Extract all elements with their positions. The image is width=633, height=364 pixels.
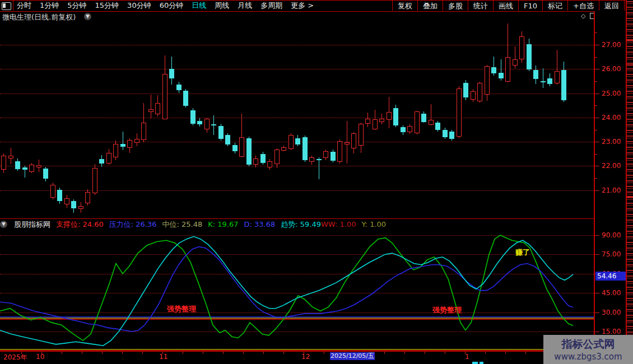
window-layout-icon[interactable]: [2, 2, 11, 10]
x-axis-tick: [485, 352, 486, 354]
right-edge-vertical-toolbar[interactable]: [626, 0, 633, 364]
period-toolbar: 分时1分钟5分钟15分钟30分钟60分钟日线周线月线多周期更多 > 复权叠加多股…: [0, 0, 632, 12]
candle-body-down: [463, 83, 468, 97]
axis-tick-label: 75.00: [602, 250, 621, 258]
price-minor-tick: [595, 81, 597, 82]
indicator-tick: [595, 332, 599, 332]
candle-body-down: [443, 130, 448, 137]
candle-body-up: [365, 119, 370, 123]
indicator-tick: [595, 254, 599, 255]
candle-body-down: [449, 132, 454, 139]
chart-annotation: 赚了: [515, 248, 530, 258]
period-tab-更多 >[interactable]: 更多 >: [291, 1, 314, 11]
price-tick: [595, 190, 599, 191]
action-button-F10[interactable]: F10: [518, 1, 542, 11]
candle-body-up: [415, 111, 420, 133]
action-button-画线[interactable]: 画线: [493, 1, 518, 11]
axis-tick-label: 30.00: [602, 309, 621, 316]
candle-wick: [543, 68, 543, 88]
candle-body-up: [309, 157, 314, 162]
price-minor-tick: [595, 178, 597, 179]
candle-body-down: [176, 85, 181, 90]
action-button-叠加[interactable]: 叠加: [417, 1, 443, 11]
chart-annotation: 强势整理: [432, 305, 462, 315]
action-button-+自选[interactable]: +自选: [567, 1, 599, 11]
axis-tick-label: 23.00: [602, 138, 621, 146]
action-button-标记[interactable]: 标记: [542, 1, 567, 11]
candle-body-down: [120, 144, 125, 147]
period-tabs: 分时1分钟5分钟15分钟30分钟60分钟日线周线月线多周期更多 >: [17, 1, 314, 11]
watermark-url: www.zbgs3.com: [543, 352, 633, 362]
diamond-icon[interactable]: ◇: [581, 12, 585, 20]
price-tick: [595, 69, 599, 69]
x-axis-tick: [142, 352, 143, 354]
candle-body-up: [323, 151, 328, 158]
indicator-chart[interactable]: 强势整理强势整理赚了: [0, 227, 594, 351]
x-axis-tick: [324, 352, 324, 354]
period-tab-30分钟[interactable]: 30分钟: [127, 1, 151, 11]
axis-tick-label: 15.00: [602, 328, 621, 335]
candle-body-up: [429, 120, 434, 124]
candle-body-up: [141, 123, 146, 140]
candle-body-up: [155, 103, 160, 114]
title-bar: 微电生理(日线.前复权) ▼ ◇: [0, 11, 594, 21]
action-button-多股[interactable]: 多股: [443, 1, 468, 11]
price-tick: [595, 118, 599, 118]
candle-body-down: [183, 91, 188, 106]
candle-body-up: [359, 124, 364, 146]
chevron-down-icon[interactable]: ▼: [84, 13, 91, 20]
action-button-复权[interactable]: 复权: [392, 1, 417, 11]
x-axis-tick: [263, 352, 264, 354]
candle-body-up: [127, 140, 132, 148]
candle-body-down: [99, 159, 104, 164]
candle-body-up: [477, 83, 482, 101]
period-tab-日线[interactable]: 日线: [192, 1, 206, 11]
candle-body-down: [218, 126, 224, 139]
candle-body-up: [92, 168, 97, 193]
period-tab-分时[interactable]: 分时: [17, 1, 31, 11]
candle-body-up: [148, 109, 153, 112]
price-tick: [595, 94, 599, 94]
action-button-返回[interactable]: 返回: [599, 1, 625, 11]
candlestick-chart[interactable]: [0, 21, 594, 218]
action-button-统计[interactable]: 统计: [468, 1, 493, 11]
period-tab-多周期[interactable]: 多周期: [260, 1, 282, 11]
x-axis-label-1: 1: [465, 353, 469, 361]
candle-body-up: [106, 153, 111, 164]
candle-body-down: [499, 73, 504, 78]
action-buttons: 复权叠加多股统计画线F10标记+自选返回: [392, 1, 625, 11]
price-gridline: [0, 166, 594, 166]
candle-body-up: [373, 119, 378, 129]
period-tab-月线[interactable]: 月线: [238, 1, 252, 11]
period-tab-15分钟[interactable]: 15分钟: [95, 1, 119, 11]
selected-date-badge: 2025/12/05/五: [330, 352, 375, 360]
candle-body-up: [288, 135, 294, 149]
x-axis-label-10: 10: [36, 353, 44, 361]
candle-body-up: [29, 165, 34, 172]
axis-tick-label: 25.00: [602, 90, 621, 97]
candle-body-down: [15, 161, 20, 169]
candle-body-down: [57, 190, 62, 201]
candle-body-up: [407, 126, 412, 132]
period-tab-60分钟[interactable]: 60分钟: [160, 1, 184, 11]
price-axis: 27.0026.0025.0024.0023.0022.0021.0090.00…: [594, 11, 627, 364]
indicator-tick: [595, 235, 599, 236]
axis-tick-label: 21.00: [602, 186, 621, 194]
candle-body-down: [260, 154, 266, 163]
x-axis-tick: [465, 352, 466, 354]
axis-tick-label: 26.00: [602, 65, 621, 73]
price-minor-tick: [595, 32, 597, 33]
candle-body-up: [64, 198, 69, 204]
period-tab-5分钟[interactable]: 5分钟: [67, 1, 86, 11]
x-axis-label-11: 11: [159, 353, 167, 361]
period-tab-1分钟[interactable]: 1分钟: [40, 1, 59, 11]
app-window: 分时1分钟5分钟15分钟30分钟60分钟日线周线月线多周期更多 > 复权叠加多股…: [0, 0, 633, 364]
candle-body-up: [113, 144, 118, 158]
candle-body-up: [36, 165, 41, 167]
period-tab-周线[interactable]: 周线: [215, 1, 229, 11]
x-axis-tick: [203, 352, 203, 354]
axis-tick-label: 90.00: [602, 231, 621, 239]
x-axis-tick: [41, 352, 42, 354]
candle-body-down: [169, 69, 174, 78]
candle-body-down: [197, 121, 202, 124]
